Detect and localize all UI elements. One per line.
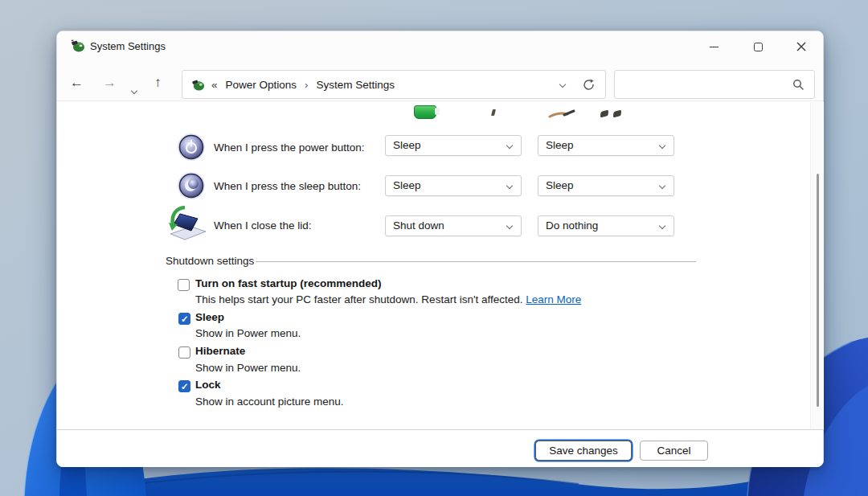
selected-value: Sleep	[546, 179, 574, 191]
sleep-button-plugged-in-select[interactable]: Sleep	[538, 175, 674, 196]
breadcrumb-separator-icon: ›	[305, 79, 308, 91]
forward-icon: →	[103, 75, 117, 90]
scrollbar-thumb[interactable]	[817, 174, 819, 407]
power-button-plugged-in-select[interactable]: Sleep	[538, 135, 674, 156]
address-dropdown-icon[interactable]	[559, 81, 566, 88]
chevron-down-icon	[659, 182, 665, 189]
sleep-checkbox[interactable]	[178, 313, 190, 325]
power-button-icon	[177, 133, 206, 162]
shutdown-settings-heading: Shutdown settings	[166, 255, 254, 267]
sleep-option-description: Show in Power menu.	[195, 327, 301, 339]
up-button[interactable]: ↑	[154, 75, 162, 91]
fast-startup-description-text: This helps start your PC faster after sh…	[195, 293, 526, 305]
hibernate-checkbox[interactable]	[178, 346, 190, 359]
plug-icon-cropped	[548, 109, 575, 119]
selected-value: Shut down	[393, 219, 444, 232]
search-box	[614, 70, 815, 99]
breadcrumb-system-settings[interactable]: System Settings	[314, 79, 396, 91]
selected-value: Do nothing	[546, 219, 598, 232]
address-bar[interactable]: « Power Options › System Settings	[182, 70, 606, 99]
text-fragment-cropped	[491, 109, 496, 116]
maximize-icon	[754, 43, 763, 51]
back-icon: ←	[70, 75, 84, 90]
close-lid-label: When I close the lid:	[214, 219, 312, 232]
sleep-button-on-battery-select[interactable]: Sleep	[385, 175, 522, 196]
minimize-button[interactable]	[698, 35, 730, 59]
sleep-option-label[interactable]: Sleep	[195, 311, 224, 323]
battery-icon-cropped	[414, 105, 436, 119]
hibernate-option-label[interactable]: Hibernate	[195, 345, 245, 357]
power-button-on-battery-select[interactable]: Sleep	[385, 135, 522, 156]
search-icon[interactable]	[792, 79, 805, 91]
power-button-label: When I press the power button:	[214, 141, 365, 154]
text-fragment-cropped	[600, 110, 608, 118]
fast-startup-description: This helps start your PC faster after sh…	[195, 293, 581, 305]
recent-pages-button[interactable]	[132, 81, 137, 97]
close-button[interactable]	[785, 35, 817, 59]
learn-more-link[interactable]: Learn More	[526, 293, 581, 305]
chevron-down-icon	[131, 88, 137, 94]
close-lid-on-battery-select[interactable]: Shut down	[385, 215, 522, 236]
desktop: System Settings ← → ↑	[0, 0, 868, 496]
window-title: System Settings	[90, 40, 166, 52]
vertical-scrollbar[interactable]	[810, 102, 824, 429]
group-separator	[256, 261, 696, 262]
chevron-down-icon	[659, 142, 665, 149]
lock-option-description: Show in account picture menu.	[195, 396, 344, 408]
maximize-button[interactable]	[742, 35, 774, 59]
cancel-button[interactable]: Cancel	[640, 441, 708, 461]
chevron-down-icon	[506, 223, 513, 229]
close-lid-icon	[166, 205, 207, 242]
breadcrumb-power-options[interactable]: Power Options	[224, 79, 299, 91]
selected-value: Sleep	[393, 139, 421, 151]
text-fragment-cropped	[613, 110, 621, 118]
dialog-footer: Save changes Cancel	[57, 429, 823, 467]
window-chrome: System Settings ← → ↑	[57, 31, 823, 101]
sleep-button-icon	[177, 171, 206, 200]
selected-value: Sleep	[546, 139, 574, 151]
lock-option-label[interactable]: Lock	[195, 379, 221, 391]
chevron-down-icon	[506, 142, 513, 149]
fast-startup-checkbox[interactable]	[178, 279, 190, 291]
power-options-icon	[71, 39, 85, 53]
back-button[interactable]: ←	[70, 75, 84, 91]
breadcrumb-overflow-icon[interactable]: «	[211, 79, 218, 91]
save-changes-button[interactable]: Save changes	[535, 441, 632, 461]
close-lid-plugged-in-select[interactable]: Do nothing	[538, 215, 674, 236]
chevron-down-icon	[659, 223, 665, 229]
lock-checkbox[interactable]	[178, 380, 190, 392]
chevron-down-icon	[506, 182, 513, 189]
power-options-icon	[191, 78, 205, 92]
hibernate-option-description: Show in Power menu.	[195, 362, 301, 374]
close-icon	[796, 42, 806, 51]
forward-button[interactable]: →	[103, 75, 117, 91]
up-icon: ↑	[154, 75, 162, 90]
selected-value: Sleep	[393, 179, 421, 191]
system-settings-window: System Settings ← → ↑	[56, 31, 824, 467]
fast-startup-label[interactable]: Turn on fast startup (recommended)	[195, 277, 382, 289]
search-input[interactable]	[615, 71, 792, 98]
sleep-button-label: When I press the sleep button:	[214, 180, 361, 192]
refresh-icon[interactable]	[583, 79, 595, 91]
minimize-icon	[710, 47, 719, 47]
